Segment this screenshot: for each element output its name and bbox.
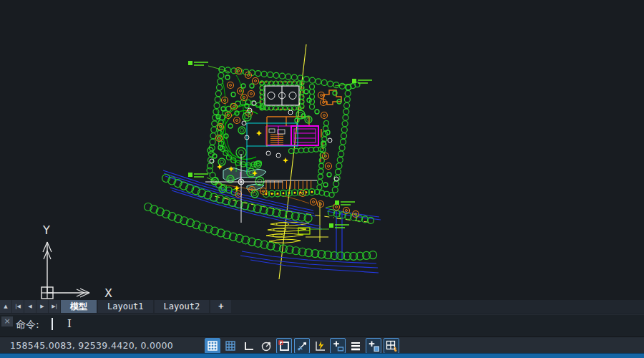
object-snap-tracking-icon[interactable]	[294, 338, 310, 354]
ortho-mode-icon[interactable]	[240, 338, 256, 354]
snap-mode-icon[interactable]	[223, 338, 238, 354]
command-prompt: 命令:	[16, 319, 39, 332]
lineweight-icon[interactable]	[348, 338, 364, 354]
coordinates-display: 158545.0083, 92539.4420, 0.0000	[10, 340, 173, 351]
object-snap-icon[interactable]	[276, 338, 292, 354]
cad-window: XY ▲|◀◀▶▶|模型Layout1Layout2+ × 命令: I 1585…	[0, 0, 644, 358]
tab-layout2[interactable]: Layout2	[155, 300, 210, 313]
last-layout-button[interactable]: ▶|	[49, 300, 60, 313]
ucs-y-label: Y	[42, 223, 50, 237]
text-caret	[52, 318, 53, 330]
dynamic-input-icon[interactable]	[312, 338, 328, 354]
layout-tab-bar: ▲|◀◀▶▶|模型Layout1Layout2+	[0, 300, 644, 314]
polar-tracking-icon[interactable]	[258, 338, 274, 354]
tab-layout1[interactable]: Layout1	[98, 300, 153, 313]
grid-display-icon[interactable]	[205, 338, 220, 354]
tab-模型[interactable]: 模型	[61, 300, 97, 313]
selection-cycling-icon[interactable]	[366, 338, 381, 354]
status-bar: 158545.0083, 92539.4420, 0.0000	[0, 337, 644, 353]
quick-properties-icon[interactable]	[330, 338, 346, 354]
close-icon[interactable]: ×	[1, 316, 13, 326]
add-layout-button[interactable]: +	[210, 300, 231, 313]
collapse-tabs-button[interactable]: ▲	[0, 300, 11, 313]
drawing-area[interactable]: XY	[0, 0, 644, 300]
first-layout-button[interactable]: |◀	[12, 300, 24, 313]
ibeam-cursor: I	[67, 317, 72, 330]
status-toggle-group	[205, 337, 399, 354]
prev-layout-button[interactable]: ◀	[24, 300, 36, 313]
taskbar-strip	[0, 353, 644, 358]
site-plan-canvas: XY	[0, 0, 644, 300]
annotation-scale-icon[interactable]	[384, 338, 399, 354]
ucs-x-label: X	[104, 286, 112, 300]
next-layout-button[interactable]: ▶	[36, 300, 48, 313]
command-line[interactable]: × 命令: I	[0, 314, 644, 337]
